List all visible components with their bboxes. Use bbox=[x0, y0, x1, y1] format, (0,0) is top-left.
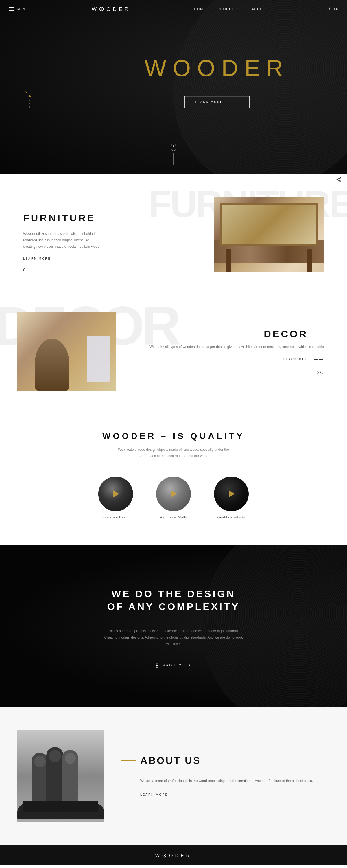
svg-line-4 bbox=[338, 178, 339, 179]
dark-section: WE DO THE DESIGN OF ANY COMPLEXITY This … bbox=[0, 545, 347, 707]
scroll-mouse bbox=[171, 144, 176, 151]
svg-line-3 bbox=[338, 180, 339, 181]
video-circle-2[interactable] bbox=[156, 476, 191, 511]
svg-point-2 bbox=[339, 180, 341, 182]
video-circle-3[interactable] bbox=[214, 476, 249, 511]
video-label-2: High-level Skills bbox=[160, 516, 187, 519]
furniture-learn-more[interactable]: LEARN MORE —— bbox=[23, 256, 64, 261]
menu-label[interactable]: MENU bbox=[18, 7, 28, 11]
decor-image bbox=[0, 312, 121, 391]
video-label-1: Innovative Design bbox=[101, 516, 131, 519]
learn-more-btn[interactable]: LEARN MORE ——→ bbox=[185, 96, 250, 108]
decor-text: DECOR We make all types of wooden decor … bbox=[121, 329, 347, 375]
dark-subtitle-line bbox=[101, 580, 246, 580]
header-right: ℹ EN bbox=[329, 7, 338, 11]
scroll-line bbox=[174, 153, 174, 165]
quality-section: WOODER – IS QUALITY We create unique des… bbox=[0, 408, 347, 545]
hero-number: 01 bbox=[23, 72, 28, 97]
decor-inner: DECOR We make all types of wooden decor … bbox=[0, 312, 347, 391]
svg-point-0 bbox=[339, 177, 341, 179]
about-desc: We are a team of professionals in the wo… bbox=[140, 778, 324, 784]
video-label-3: Quality Products bbox=[217, 516, 246, 519]
info-icon[interactable]: ℹ bbox=[329, 7, 330, 11]
play-icon-2 bbox=[171, 490, 177, 497]
header-left: MENU bbox=[9, 7, 28, 11]
hero-side-dots bbox=[29, 95, 31, 107]
section-divider-2 bbox=[295, 396, 295, 408]
nav-products[interactable]: PRODUCTS bbox=[218, 7, 240, 11]
header: MENU W⊙ODER HOME PRODUCTS ABOUT ℹ EN bbox=[0, 0, 347, 18]
furniture-desc: Wooder utilizes materials otherwise left… bbox=[23, 231, 101, 250]
hero-title: WOODER bbox=[145, 55, 289, 82]
hero-section: MENU W⊙ODER HOME PRODUCTS ABOUT ℹ EN 01 … bbox=[0, 0, 347, 174]
svg-point-1 bbox=[336, 179, 338, 180]
dark-title: WE DO THE DESIGN OF ANY COMPLEXITY bbox=[101, 587, 246, 613]
header-logo[interactable]: W⊙ODER bbox=[92, 5, 131, 13]
nav-about[interactable]: ABOUT bbox=[252, 7, 265, 11]
furniture-image bbox=[110, 197, 347, 272]
footer: W⊙ODER bbox=[0, 845, 347, 865]
watch-video-btn[interactable]: WATCH VIDEO bbox=[145, 659, 202, 672]
decor-section: DECOR DECOR We make all types of wooden … bbox=[0, 289, 347, 408]
about-title: ABOUT US bbox=[140, 755, 201, 766]
video-item-1: Innovative Design bbox=[98, 476, 133, 519]
about-learn-more[interactable]: LEARN MORE —— bbox=[140, 793, 181, 797]
nav-home[interactable]: HOME bbox=[194, 7, 206, 11]
furniture-text: FURNITURE Wooder utilizes materials othe… bbox=[0, 208, 110, 261]
dark-desc: This is a team of professionals that mak… bbox=[101, 628, 246, 648]
play-icon-3 bbox=[229, 490, 235, 497]
quality-desc: We create unique design objects made of … bbox=[116, 447, 231, 459]
video-circles: Innovative Design High-level Skills Qual… bbox=[0, 476, 347, 519]
decor-learn-more[interactable]: LEARN MORE —— bbox=[283, 357, 324, 361]
header-nav: HOME PRODUCTS ABOUT bbox=[194, 7, 266, 11]
share-icon[interactable] bbox=[336, 177, 341, 183]
footer-logo[interactable]: W⊙ODER bbox=[155, 852, 192, 859]
video-circle-1[interactable] bbox=[98, 476, 133, 511]
furniture-inner: FURNITURE Wooder utilizes materials othe… bbox=[0, 197, 347, 272]
furniture-title: FURNITURE bbox=[23, 212, 101, 224]
about-line2 bbox=[140, 772, 155, 772]
lang-selector[interactable]: EN bbox=[334, 7, 338, 11]
furniture-section-num: 01. bbox=[23, 267, 30, 272]
decor-line bbox=[312, 334, 324, 334]
decor-section-num: 02. bbox=[133, 370, 324, 375]
about-section: ABOUT US We are a team of professionals … bbox=[0, 707, 347, 845]
play-icon-1 bbox=[113, 490, 119, 497]
video-item-3: Quality Products bbox=[214, 476, 249, 519]
furniture-section: FURNITURE FURNITURE Wooder utilizes mate… bbox=[0, 174, 347, 289]
dark-inner: WE DO THE DESIGN OF ANY COMPLEXITY This … bbox=[101, 568, 246, 683]
quality-title: WOODER – IS QUALITY bbox=[0, 431, 347, 441]
scroll-indicator bbox=[171, 144, 176, 165]
about-text: ABOUT US We are a team of professionals … bbox=[121, 755, 347, 797]
video-item-2: High-level Skills bbox=[156, 476, 191, 519]
decor-title: DECOR bbox=[264, 329, 308, 340]
watch-play-icon bbox=[155, 663, 159, 668]
about-image bbox=[18, 730, 104, 822]
dark-subtitle-line2 bbox=[101, 622, 246, 622]
hero-content: WOODER LEARN MORE ——→ bbox=[145, 55, 289, 108]
decor-desc: We make all types of wooden decor as per… bbox=[133, 344, 324, 350]
hamburger-icon[interactable] bbox=[9, 7, 14, 11]
